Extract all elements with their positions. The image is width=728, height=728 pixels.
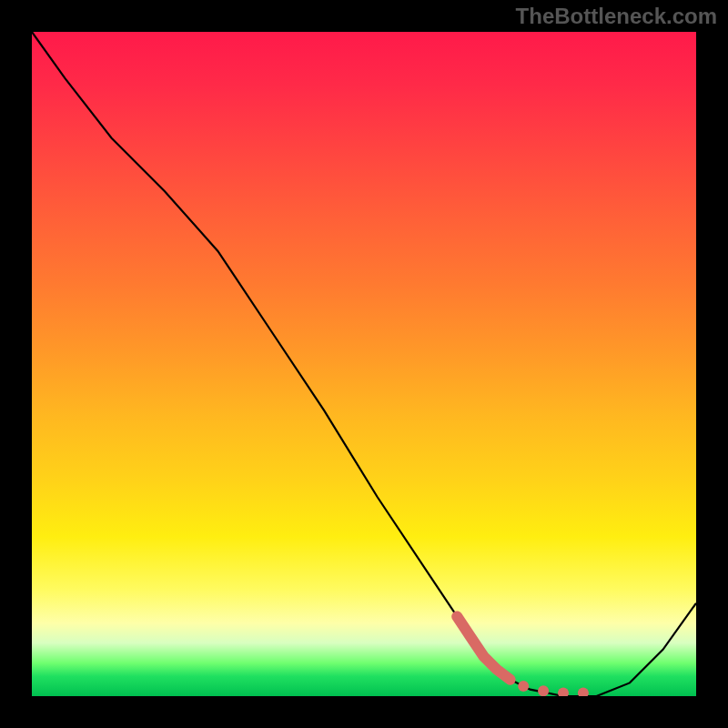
watermark-text: TheBottleneck.com bbox=[516, 4, 717, 29]
chart-background bbox=[32, 32, 696, 696]
